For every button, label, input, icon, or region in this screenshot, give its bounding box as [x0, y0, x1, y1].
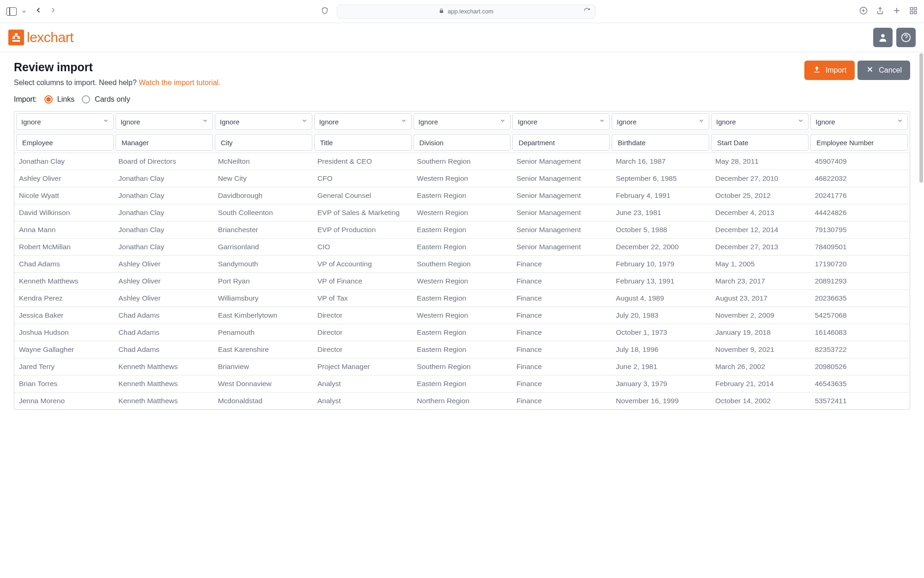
table-cell: May 1, 2005: [711, 256, 810, 272]
table-cell: Anna Mann: [14, 221, 114, 238]
table-cell: Mcdonaldstad: [213, 393, 313, 409]
table-row: Jessica BakerChad AdamsEast Kimberlytown…: [14, 307, 910, 324]
column-mapping-select[interactable]: Ignore: [16, 113, 114, 130]
url-bar[interactable]: app.lexchart.com: [337, 5, 596, 18]
table-cell: Ashley Oliver: [114, 290, 213, 307]
reload-icon[interactable]: [584, 7, 590, 16]
table-cell: Eastern Region: [412, 187, 511, 204]
table-row: Jonathan ClayBoard of DirectorsMcNeilton…: [14, 153, 910, 170]
column-mapping-select[interactable]: Ignore: [413, 113, 511, 130]
column-header-input[interactable]: [116, 134, 213, 151]
table-cell: South Colleenton: [213, 204, 313, 221]
table-cell: Analyst: [313, 393, 412, 409]
column-mapping-select[interactable]: Ignore: [215, 113, 312, 130]
table-cell: Southern Region: [412, 256, 511, 272]
table-cell: 54257068: [810, 307, 910, 324]
main-content: Review import Select columns to import. …: [0, 52, 924, 418]
table-cell: Director: [313, 307, 412, 324]
table-row: Ashley OliverJonathan ClayNew CityCFOWes…: [14, 170, 910, 187]
column-header-input[interactable]: [512, 134, 610, 151]
column-mapping-select[interactable]: Ignore: [612, 113, 709, 130]
svg-point-9: [881, 34, 884, 37]
table-cell: Board of Directors: [114, 153, 213, 170]
table-cell: David Wilkinson: [14, 204, 114, 221]
table-cell: Jonathan Clay: [114, 187, 213, 204]
table-row: Joshua HudsonChad AdamsPenamouthDirector…: [14, 324, 910, 341]
column-header-input[interactable]: [413, 134, 511, 151]
table-cell: President & CEO: [313, 153, 412, 170]
table-cell: East Kimberlytown: [213, 307, 313, 324]
url-text: app.lexchart.com: [448, 8, 493, 15]
chevron-down-icon[interactable]: [19, 7, 29, 16]
import-table: IgnoreIgnoreIgnoreIgnoreIgnoreIgnoreIgno…: [14, 111, 910, 410]
help-text-prefix: Select columns to import. Need help?: [14, 79, 139, 86]
column-header-input[interactable]: [711, 134, 808, 151]
column-selector-row: IgnoreIgnoreIgnoreIgnoreIgnoreIgnoreIgno…: [14, 111, 910, 132]
table-cell: December 27, 2010: [711, 170, 810, 187]
svg-rect-7: [18, 37, 20, 39]
table-cell: EVP of Sales & Marketing: [313, 204, 412, 221]
account-button[interactable]: [873, 28, 893, 47]
table-cell: 46543635: [810, 375, 910, 392]
radio-links[interactable]: Links: [44, 95, 74, 104]
column-header-input[interactable]: [810, 134, 908, 151]
table-cell: March 26, 2002: [711, 358, 810, 375]
help-button[interactable]: [896, 28, 916, 47]
radio-circle-icon: [82, 95, 90, 104]
table-cell: February 4, 1991: [611, 187, 711, 204]
table-cell: Finance: [512, 341, 611, 358]
table-cell: Senior Management: [512, 187, 611, 204]
column-header-input[interactable]: [612, 134, 709, 151]
table-cell: Kenneth Matthews: [114, 358, 213, 375]
plus-icon[interactable]: [893, 6, 901, 17]
back-button[interactable]: [34, 6, 43, 17]
table-cell: Ashley Oliver: [14, 170, 114, 187]
column-mapping-select[interactable]: Ignore: [810, 113, 908, 130]
table-cell: Port Ryan: [213, 273, 313, 289]
table-cell: Ashley Oliver: [114, 273, 213, 289]
table-cell: EVP of Production: [313, 221, 412, 238]
table-cell: June 2, 1981: [611, 358, 711, 375]
grid-icon[interactable]: [909, 6, 918, 17]
table-cell: 53572411: [810, 393, 910, 409]
shield-icon[interactable]: [321, 6, 328, 17]
table-cell: Kenneth Matthews: [114, 393, 213, 409]
import-button[interactable]: Import: [804, 61, 855, 80]
sidebar-toggle-icon[interactable]: [6, 7, 17, 16]
column-mapping-select[interactable]: Ignore: [512, 113, 610, 130]
table-cell: 20236635: [810, 290, 910, 307]
radio-cards-only-label: Cards only: [95, 95, 130, 104]
page-title: Review import: [14, 61, 221, 74]
table-cell: December 4, 2013: [711, 204, 810, 221]
column-header-input[interactable]: [215, 134, 312, 151]
table-cell: Jonathan Clay: [114, 221, 213, 238]
logo[interactable]: lexchart: [8, 30, 73, 45]
column-header-input[interactable]: [314, 134, 412, 151]
column-mapping-select[interactable]: Ignore: [314, 113, 412, 130]
cancel-button[interactable]: Cancel: [857, 61, 910, 80]
table-cell: February 13, 1991: [611, 273, 711, 289]
tutorial-link[interactable]: Watch the import tutorial.: [139, 79, 220, 86]
column-header-row: [14, 132, 910, 153]
radio-cards-only[interactable]: Cards only: [82, 95, 130, 104]
scrollbar[interactable]: [919, 53, 923, 418]
share-icon[interactable]: [876, 6, 884, 17]
table-cell: Finance: [512, 307, 611, 324]
column-mapping-select[interactable]: Ignore: [711, 113, 808, 130]
table-cell: 20241776: [810, 187, 910, 204]
column-header-input[interactable]: [16, 134, 114, 151]
table-cell: Chad Adams: [114, 324, 213, 341]
forward-button[interactable]: [49, 6, 57, 17]
table-cell: August 4, 1989: [611, 290, 711, 307]
logo-text: lexchart: [27, 30, 73, 45]
table-cell: Western Region: [412, 273, 511, 289]
table-cell: Jessica Baker: [14, 307, 114, 324]
table-cell: October 1, 1973: [611, 324, 711, 341]
table-cell: Robert McMillan: [14, 239, 114, 255]
table-cell: Eastern Region: [412, 375, 511, 392]
download-icon[interactable]: [859, 6, 868, 17]
scrollbar-thumb[interactable]: [919, 53, 923, 183]
svg-rect-8: [12, 40, 20, 42]
column-mapping-select[interactable]: Ignore: [116, 113, 213, 130]
table-row: Anna MannJonathan ClayBrianchesterEVP of…: [14, 221, 910, 239]
